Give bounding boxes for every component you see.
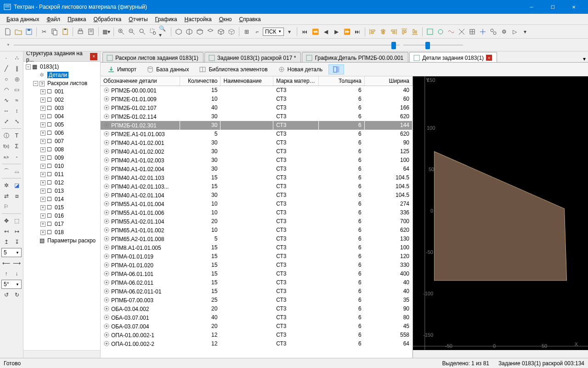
- library-button[interactable]: Библиотека элементов: [195, 64, 271, 75]
- menu-обработка[interactable]: Обработка: [90, 15, 125, 23]
- long-r-icon[interactable]: ⟶: [12, 259, 22, 268]
- table-row[interactable]: РПМА-01.01.01915СТ36120: [101, 252, 413, 261]
- database-button[interactable]: База данных: [142, 64, 193, 75]
- tree-node[interactable]: +☐008: [24, 145, 99, 154]
- copy-icon[interactable]: [50, 27, 60, 37]
- preview-toggle-button[interactable]: [328, 64, 344, 75]
- parallel-icon[interactable]: ∥: [12, 64, 22, 73]
- table-row[interactable]: ОБА-03.04.00220СТ3690: [101, 305, 413, 313]
- col-width[interactable]: Ширина: [364, 76, 412, 86]
- menu-окно[interactable]: Окно: [215, 15, 236, 23]
- menu-справка[interactable]: Справка: [236, 15, 265, 23]
- point-icon[interactable]: ∴: [12, 53, 22, 63]
- preview-hscroll[interactable]: [413, 350, 588, 358]
- tree-node[interactable]: +☐002: [24, 96, 99, 104]
- table-row[interactable]: РПМ55.А1-01.01.00410СТ36274: [101, 200, 413, 208]
- timeline-slider[interactable]: [14, 40, 400, 50]
- spline2-icon[interactable]: ≈: [12, 96, 22, 105]
- table-row[interactable]: РПМ65.А2-01.01.0085СТ36130: [101, 235, 413, 243]
- table-row[interactable]: РПМ40.А1-01.02.00330СТ36100: [101, 156, 413, 165]
- tree-node[interactable]: −▦0183(1): [24, 63, 99, 71]
- table-row[interactable]: ОПА-01.00.002-212СТ3664: [101, 339, 413, 348]
- table-row[interactable]: РПМ40.А1-01.02.00230СТ36125: [101, 147, 413, 156]
- table-row[interactable]: РПМ55.А1-01.01.00610СТ36336: [101, 208, 413, 217]
- maximize-button[interactable]: ☐: [542, 0, 563, 14]
- tree-hscroll[interactable]: [23, 350, 100, 358]
- col-name[interactable]: Наименование: [220, 76, 273, 86]
- new-part-button[interactable]: Новая деталь: [274, 64, 327, 75]
- menu-настройка[interactable]: Настройка: [181, 15, 215, 23]
- tool-f-icon[interactable]: [478, 27, 488, 37]
- move-icon[interactable]: ✥: [2, 216, 11, 225]
- menu-база данных[interactable]: База данных: [3, 15, 43, 23]
- ucs-more-icon[interactable]: ▾: [284, 27, 294, 37]
- doc-tab[interactable]: Детали задания 0183(1)×: [409, 52, 497, 62]
- rot-cw-icon[interactable]: ↻: [12, 290, 22, 299]
- cut-icon[interactable]: ✂: [39, 27, 49, 37]
- table-row[interactable]: РПМ40.А1-01.02.00130СТ3690: [101, 138, 413, 147]
- doc-tab[interactable]: Задание 0183(1) раскрой 017 *: [204, 52, 301, 62]
- nav-last-icon[interactable]: ⏭: [352, 27, 362, 37]
- tree-node[interactable]: ✲Детали: [24, 71, 99, 79]
- long-d-icon[interactable]: ↓: [12, 269, 22, 278]
- align-right-icon[interactable]: [389, 27, 399, 37]
- align-bottom-icon[interactable]: [410, 27, 420, 37]
- tree-node[interactable]: +☐010: [24, 162, 99, 170]
- print-icon[interactable]: [75, 27, 85, 37]
- circle-icon[interactable]: ○: [2, 75, 11, 84]
- erase-icon[interactable]: ◪: [12, 181, 22, 190]
- tag-icon[interactable]: -: [12, 152, 22, 161]
- open-file-icon[interactable]: [13, 27, 23, 37]
- dim2-icon[interactable]: ↕: [12, 106, 22, 115]
- table-row[interactable]: РПМА-06.02.01115СТ3640: [101, 278, 413, 287]
- tree-node[interactable]: +☐017: [24, 220, 99, 228]
- menu-графика[interactable]: Графика: [152, 15, 181, 23]
- link-icon[interactable]: ⇄: [2, 191, 11, 201]
- text2-icon[interactable]: T: [12, 131, 22, 140]
- text-icon[interactable]: ⓘ: [2, 131, 11, 140]
- table-row[interactable]: РПМ2Е-01.01.00910СТ3660: [101, 95, 413, 104]
- import-button[interactable]: Импорт: [103, 64, 141, 75]
- zoom-window-icon[interactable]: [148, 27, 158, 37]
- fx-icon[interactable]: f(x): [2, 142, 11, 151]
- table-row[interactable]: РПМ55.А1-02.01.10420СТ36700: [101, 217, 413, 226]
- doc-tab[interactable]: Графика:Деталь РПМ2Б-00.00.001: [302, 52, 408, 62]
- grid-icon[interactable]: ⊞: [242, 27, 252, 37]
- tree-node[interactable]: −?Раскрои листов: [24, 79, 99, 87]
- line-icon[interactable]: ╱: [2, 64, 11, 73]
- tree-node[interactable]: +☐006: [24, 129, 99, 137]
- doc-tab[interactable]: Раскрои листов задания 0183(1): [102, 52, 204, 62]
- tool-j-icon[interactable]: ▾: [520, 27, 530, 37]
- tree-node[interactable]: +☐013: [24, 187, 99, 195]
- tree-node[interactable]: +☐005: [24, 121, 99, 129]
- mirror-icon[interactable]: ⧈: [12, 191, 22, 201]
- table-row[interactable]: РПМ40.А1-02.01.10315СТ36104.5: [101, 173, 413, 182]
- tree-node[interactable]: ▧Параметры раскро: [24, 236, 99, 245]
- table-row[interactable]: РПМ65.А1-01.01.00210СТ36620: [101, 226, 413, 235]
- arrow-r-icon[interactable]: ↦: [12, 227, 22, 236]
- close-button[interactable]: ✕: [563, 0, 584, 14]
- col-thickness[interactable]: Толщина: [319, 76, 364, 86]
- tool-b-icon[interactable]: [435, 27, 446, 37]
- table-row[interactable]: РПМ40.А1-01.02.00430СТ3664: [101, 165, 413, 173]
- arrow-d-icon[interactable]: ↧: [12, 237, 22, 247]
- paste-icon[interactable]: [60, 27, 70, 37]
- tool-g-icon[interactable]: [488, 27, 498, 37]
- view-3d2-icon[interactable]: [226, 27, 237, 37]
- table-row[interactable]: РПМА-01.01.02015СТ36330: [101, 261, 413, 270]
- tree-node[interactable]: +☐015: [24, 203, 99, 212]
- arc-icon[interactable]: ◠: [2, 85, 11, 94]
- arc2-icon[interactable]: ⌒: [2, 167, 11, 176]
- tree-node[interactable]: +☐004: [24, 112, 99, 121]
- structure-panel-close[interactable]: ×: [90, 53, 97, 60]
- snap-icon[interactable]: ⌐: [252, 27, 262, 37]
- table-row[interactable]: РПМБ-07.00.00325СТ3635: [101, 296, 413, 305]
- report-icon[interactable]: [86, 27, 96, 37]
- tabs-overflow-icon[interactable]: ▾: [581, 56, 588, 62]
- view-top-icon[interactable]: [205, 27, 215, 37]
- table-row[interactable]: РПМ40.А1-02.01.103...15СТ36104.5: [101, 182, 413, 191]
- pointer-icon[interactable]: ·: [2, 53, 11, 63]
- gear2-icon[interactable]: ✲: [2, 181, 11, 190]
- select-win-icon[interactable]: ⬚: [12, 216, 22, 225]
- tree-node[interactable]: +☐016: [24, 212, 99, 220]
